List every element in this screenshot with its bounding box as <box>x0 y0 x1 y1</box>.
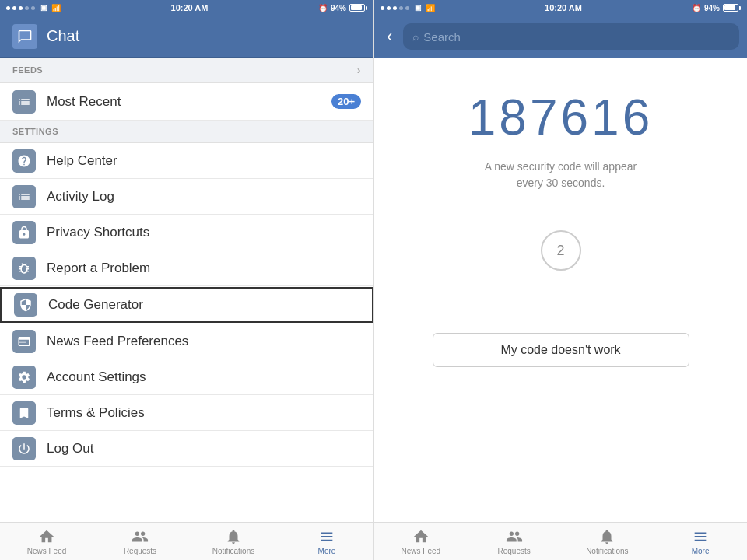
terms-policies-label: Terms & Policies <box>47 405 361 421</box>
notifications-tab-icon-right <box>598 528 615 545</box>
requests-tab-label-left: Requests <box>124 547 156 555</box>
tab-news-feed-left[interactable]: News Feed <box>0 523 93 560</box>
right-signal-dots: ▣ 📶 <box>381 4 435 12</box>
tab-requests-right[interactable]: Requests <box>468 523 561 560</box>
feeds-section-header: FEEDS › <box>0 58 374 83</box>
code-generator-label: Code Generator <box>48 297 359 313</box>
power-svg <box>17 442 31 456</box>
bookmark-svg <box>17 406 31 420</box>
requests-tab-icon-left <box>132 528 149 545</box>
battery-right <box>723 4 741 12</box>
dot2 <box>12 6 16 10</box>
activity-log-label: Activity Log <box>47 189 361 205</box>
list-item-news-feed-prefs[interactable]: News Feed Preferences <box>0 324 374 359</box>
r-dot5 <box>405 6 409 10</box>
privacy-shortcuts-icon <box>12 221 36 244</box>
notifications-tab-icon-left <box>225 528 242 545</box>
countdown-circle: 2 <box>541 230 581 271</box>
my-code-button[interactable]: My code doesn't work <box>433 333 689 367</box>
question-svg <box>17 154 31 168</box>
search-icon: ⌕ <box>412 30 419 43</box>
most-recent-icon <box>12 90 36 114</box>
battery-left <box>349 4 367 12</box>
r-dot3 <box>393 6 397 10</box>
right-status-right: ⏰ 94% <box>692 4 741 12</box>
account-settings-label: Account Settings <box>47 369 361 385</box>
countdown-value: 2 <box>556 243 564 259</box>
alarm-icon: ⏰ <box>318 4 328 12</box>
news-feed-tab-label-left: News Feed <box>27 547 67 555</box>
back-button[interactable]: ‹ <box>382 23 397 50</box>
list-item-help-center[interactable]: Help Center <box>0 143 374 179</box>
report-problem-icon <box>12 257 36 280</box>
most-recent-item[interactable]: Most Recent 20+ <box>0 83 374 121</box>
requests-tab-icon-right <box>506 528 523 545</box>
more-tab-label-left: More <box>318 547 336 555</box>
gear-svg <box>17 370 31 384</box>
more-tab-label-right: More <box>692 547 710 555</box>
right-status-bar: ▣ 📶 10:20 AM ⏰ 94% <box>374 0 747 16</box>
tab-notifications-left[interactable]: Notifications <box>187 523 280 560</box>
feeds-chevron: › <box>357 64 361 76</box>
list-item-log-out[interactable]: Log Out <box>0 431 374 467</box>
settings-section-header: SETTINGS <box>0 121 374 143</box>
newsfeed-svg <box>17 334 31 348</box>
most-recent-label: Most Recent <box>47 94 331 110</box>
shield-svg <box>19 298 33 312</box>
my-code-label: My code doesn't work <box>500 343 620 357</box>
news-feed-tab-label-right: News Feed <box>402 547 441 555</box>
battery-pct-right: 94% <box>704 4 720 12</box>
tab-news-feed-right[interactable]: News Feed <box>374 523 468 560</box>
log-out-icon <box>12 437 36 460</box>
help-center-icon <box>12 149 36 173</box>
r-dot1 <box>381 6 384 10</box>
list-item-privacy-shortcuts[interactable]: Privacy Shortcuts <box>0 215 374 250</box>
security-code: 187616 <box>468 89 654 146</box>
wifi-icon: 📶 <box>51 4 61 12</box>
news-feed-prefs-icon <box>12 330 36 353</box>
list-item-report-problem[interactable]: Report a Problem <box>0 250 374 286</box>
r-carrier-icon: ▣ <box>415 4 422 12</box>
account-settings-icon <box>12 366 36 389</box>
left-scroll-area[interactable]: FEEDS › Most Recent 20+ SETTINGS Help Ce… <box>0 58 374 522</box>
activity-log-icon <box>12 185 36 208</box>
list-item-code-generator[interactable]: Code Generator <box>0 287 374 323</box>
tab-notifications-right[interactable]: Notifications <box>561 523 654 560</box>
help-center-label: Help Center <box>47 153 361 169</box>
dot4 <box>25 6 29 10</box>
feeds-label: FEEDS <box>12 65 43 75</box>
tab-requests-left[interactable]: Requests <box>93 523 187 560</box>
chat-svg <box>17 29 33 44</box>
left-tab-bar: News Feed Requests Notifications More <box>0 522 374 560</box>
search-bar[interactable]: ⌕ Search <box>403 23 739 50</box>
dot3 <box>19 6 23 10</box>
list-item-account-settings[interactable]: Account Settings <box>0 359 374 395</box>
news-feed-prefs-label: News Feed Preferences <box>47 334 361 349</box>
bug-svg <box>17 261 31 275</box>
notifications-tab-label-left: Notifications <box>212 547 254 555</box>
terms-policies-icon <box>12 401 36 425</box>
r-dot4 <box>399 6 403 10</box>
tab-more-left[interactable]: More <box>280 523 374 560</box>
right-panel: ▣ 📶 10:20 AM ⏰ 94% ‹ ⌕ Search 187616 A n… <box>374 0 747 560</box>
dot1 <box>6 6 10 10</box>
chat-header: Chat <box>0 16 374 58</box>
signal-dots: ▣ 📶 <box>6 4 61 12</box>
most-recent-svg <box>17 95 31 109</box>
tab-more-right[interactable]: More <box>654 523 747 560</box>
settings-label: SETTINGS <box>12 127 58 136</box>
code-generator-icon <box>14 293 37 317</box>
right-header: ‹ ⌕ Search <box>374 16 747 58</box>
privacy-shortcuts-label: Privacy Shortcuts <box>47 225 361 240</box>
search-placeholder: Search <box>423 30 461 44</box>
more-tab-icon-right <box>692 528 709 545</box>
requests-tab-label-right: Requests <box>498 547 531 555</box>
left-panel: ▣ 📶 10:20 AM ⏰ 94% Chat FEEDS › <box>0 0 374 560</box>
more-tab-icon-left <box>318 528 335 545</box>
notifications-tab-label-right: Notifications <box>586 547 628 555</box>
right-tab-bar: News Feed Requests Notifications More <box>374 522 747 560</box>
list-item-terms-policies[interactable]: Terms & Policies <box>0 395 374 431</box>
left-clock: 10:20 AM <box>171 3 209 12</box>
carrier-icon: ▣ <box>40 4 47 12</box>
list-item-activity-log[interactable]: Activity Log <box>0 179 374 215</box>
